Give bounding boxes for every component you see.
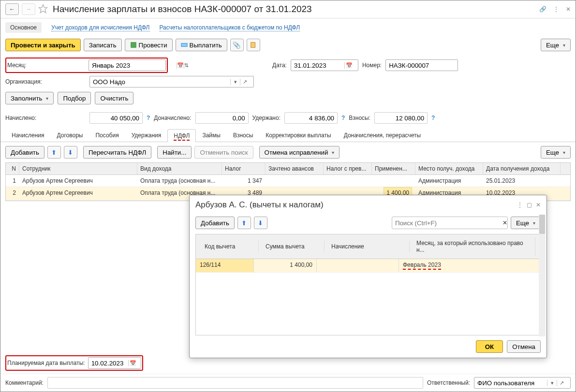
date-label: Дата:: [272, 62, 287, 69]
spinner-icon[interactable]: ⇅: [184, 62, 189, 69]
comment-input[interactable]: [47, 377, 423, 389]
clear-search-icon[interactable]: ✕: [502, 219, 507, 226]
withheld-value[interactable]: [284, 112, 338, 124]
subnav-main[interactable]: Основное: [5, 22, 42, 33]
extra-value[interactable]: [195, 112, 249, 124]
tab-loans[interactable]: Займы: [196, 129, 227, 142]
open-icon[interactable]: ↗: [557, 380, 566, 386]
tab-benefits[interactable]: Пособия: [89, 129, 125, 142]
maximize-icon[interactable]: ▢: [527, 202, 532, 208]
help-icon[interactable]: ?: [431, 115, 435, 121]
svg-rect-1: [131, 43, 136, 48]
cancel-fix-button[interactable]: Отмена исправлений: [259, 146, 340, 159]
popup-more-button[interactable]: Еще: [511, 217, 541, 229]
month-input[interactable]: [89, 60, 177, 71]
nav-forward[interactable]: →: [22, 3, 35, 15]
number-label: Номер:: [362, 62, 382, 69]
move-down-button[interactable]: ⬇: [254, 217, 267, 229]
col-employee[interactable]: Сотрудник: [19, 163, 137, 174]
recalc-button[interactable]: Пересчитать НДФЛ: [83, 146, 151, 159]
fill-button[interactable]: Заполнить: [5, 92, 54, 104]
col-place[interactable]: Место получ. дохода: [415, 163, 483, 174]
comment-label: Комментарий:: [5, 379, 44, 386]
dropdown-icon[interactable]: ▾: [230, 79, 240, 85]
accrued-value[interactable]: [89, 112, 143, 124]
more-button[interactable]: Еще: [541, 39, 571, 51]
deductions-popup: Арбузов А. С. (вычеты к налогам) ⋮ ▢ ✕ Д…: [189, 195, 547, 358]
subnav-budget[interactable]: Расчеты налогоплательщиков с бюджетом по…: [160, 24, 300, 31]
kebab-icon[interactable]: ⋮: [553, 6, 559, 13]
reports-button[interactable]: [247, 39, 260, 51]
col-income-type[interactable]: Вид дохода: [137, 163, 222, 174]
popup-add-button[interactable]: Добавить: [195, 217, 235, 229]
link-icon[interactable]: 🔗: [539, 6, 546, 13]
col-excess[interactable]: Налог с прев...: [324, 163, 372, 174]
plan-date-input[interactable]: [89, 358, 128, 368]
sub-more-button[interactable]: Еще: [541, 146, 571, 159]
calendar-icon[interactable]: 📅: [177, 62, 184, 69]
close-icon[interactable]: ✕: [536, 202, 541, 208]
post-close-button[interactable]: Провести и закрыть: [5, 39, 81, 51]
tab-corrections[interactable]: Корректировки выплаты: [259, 129, 337, 142]
help-icon[interactable]: ?: [147, 115, 150, 121]
kebab-icon[interactable]: ⋮: [517, 202, 523, 208]
withheld-label: Удержано:: [252, 115, 281, 121]
nav-back[interactable]: ←: [5, 3, 19, 15]
table-row[interactable]: 1 Арбузов Артем Сергеевич Оплата труда (…: [6, 175, 570, 187]
responsible-label: Ответственный:: [427, 379, 470, 386]
move-down-button[interactable]: ⬇: [64, 146, 77, 159]
col-month[interactable]: Месяц, за который использовано право н..…: [413, 237, 535, 256]
col-tax[interactable]: Налог: [222, 163, 266, 174]
ok-button[interactable]: ОК: [476, 340, 503, 353]
help-icon[interactable]: ?: [341, 115, 345, 121]
tab-recalc[interactable]: Доначисления, перерасчеты: [338, 129, 427, 142]
favorite-icon[interactable]: [38, 4, 48, 15]
col-code[interactable]: Код вычета: [201, 241, 259, 252]
post-button[interactable]: Провести: [125, 39, 173, 51]
plan-date-label: Планируемая дата выплаты:: [7, 360, 85, 366]
number-input[interactable]: [386, 60, 454, 71]
attach-button[interactable]: 📎: [230, 39, 244, 51]
contrib-value[interactable]: [374, 112, 428, 124]
calendar-icon[interactable]: 📅: [128, 360, 138, 366]
col-accrual[interactable]: Начисление: [327, 241, 410, 252]
col-sum[interactable]: Сумма вычета: [262, 241, 325, 252]
extra-label: Доначислено:: [154, 115, 191, 121]
tab-deductions[interactable]: Удержания: [125, 129, 168, 142]
cancel-button[interactable]: Отмена: [507, 340, 541, 353]
org-input[interactable]: [90, 76, 230, 87]
pay-button[interactable]: Выплатить: [176, 39, 227, 51]
month-label: Месяц:: [7, 62, 85, 69]
col-income-date[interactable]: Дата получения дохода: [483, 163, 561, 174]
tab-contracts[interactable]: Договоры: [51, 129, 89, 142]
tab-accruals[interactable]: Начисления: [5, 129, 51, 142]
popup-table-row[interactable]: 126/114 1 400,00 Февраль 2023: [196, 259, 540, 273]
popup-scrollbar[interactable]: [539, 215, 546, 336]
add-button[interactable]: Добавить: [5, 146, 44, 159]
dropdown-icon[interactable]: ▾: [547, 380, 557, 386]
clear-button[interactable]: Очистить: [95, 92, 133, 104]
contrib-label: Взносы:: [349, 115, 370, 121]
select-button[interactable]: Подбор: [58, 92, 91, 104]
tab-contrib[interactable]: Взносы: [227, 129, 259, 142]
tabs: Начисления Договоры Пособия Удержания НД…: [0, 129, 576, 142]
tab-ndfl[interactable]: НДФЛ: [167, 129, 196, 142]
move-up-button[interactable]: ⬆: [237, 217, 251, 229]
date-input[interactable]: [291, 60, 344, 71]
move-up-button[interactable]: ⬆: [47, 146, 61, 159]
popup-search-input[interactable]: [392, 219, 502, 227]
org-label: Организация:: [5, 78, 86, 85]
find-button[interactable]: Найти...: [157, 146, 192, 159]
calendar-icon[interactable]: 📅: [344, 62, 354, 69]
subnav-income[interactable]: Учет доходов для исчисления НДФЛ: [51, 24, 150, 31]
close-icon[interactable]: ✕: [566, 6, 571, 13]
col-advance[interactable]: Зачтено авансов: [266, 163, 324, 174]
open-icon[interactable]: ↗: [240, 79, 250, 85]
col-n[interactable]: N: [6, 163, 19, 174]
write-button[interactable]: Записать: [84, 39, 122, 51]
cancel-find-button[interactable]: Отменить поиск: [194, 146, 253, 159]
page-title: Начисление зарплаты и взносов НАЗК-00000…: [53, 4, 532, 15]
svg-marker-0: [39, 4, 47, 13]
responsible-input[interactable]: [474, 377, 547, 388]
col-applied[interactable]: Применен...: [372, 163, 415, 174]
